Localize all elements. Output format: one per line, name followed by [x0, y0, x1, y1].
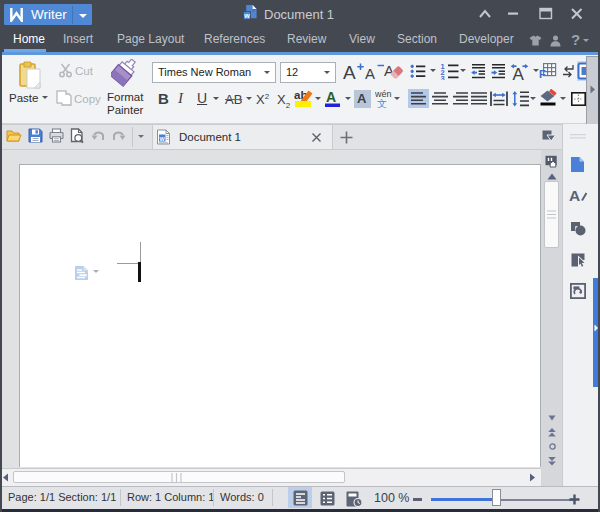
svg-text:F: F — [539, 68, 546, 79]
svg-text:3: 3 — [441, 74, 445, 81]
svg-text:A: A — [326, 89, 336, 105]
svg-text:A: A — [365, 65, 375, 80]
svg-text:A: A — [384, 62, 394, 79]
svg-text:w: w — [243, 12, 250, 19]
svg-text:W: W — [160, 136, 166, 142]
svg-text:A: A — [343, 62, 356, 80]
svg-text:A: A — [569, 187, 580, 203]
svg-text:文: 文 — [377, 98, 387, 108]
svg-text:A: A — [513, 65, 525, 80]
